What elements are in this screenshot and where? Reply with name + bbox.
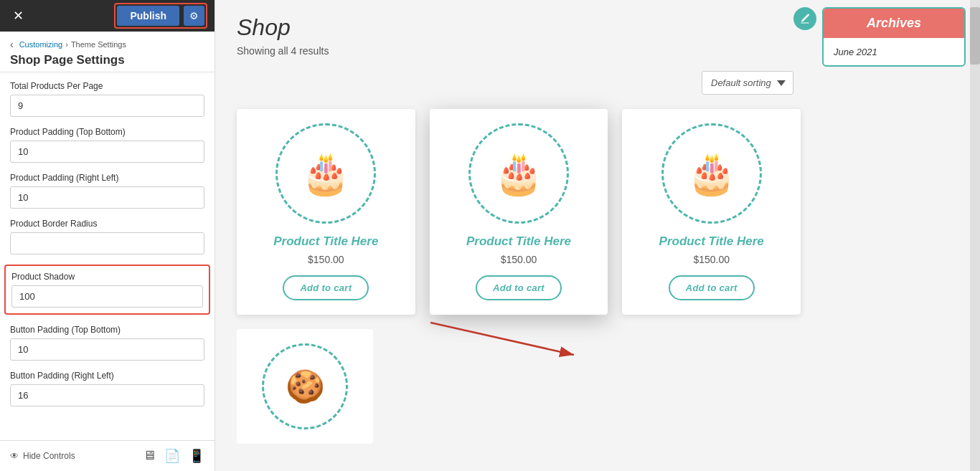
cake-icon-3: 🎂 bbox=[687, 150, 737, 197]
archives-body: June 2021 bbox=[824, 38, 964, 65]
product-icon-wrap-1: 🎂 bbox=[275, 123, 376, 224]
product-card-3: 🎂 Product Title Here $150.00 Add to cart bbox=[622, 109, 801, 315]
right-scrollbar[interactable] bbox=[970, 0, 980, 471]
right-content: Shop Showing all 4 results Default sorti… bbox=[215, 0, 980, 471]
bottom-bar: 👁 Hide Controls 🖥 📄 📱 bbox=[0, 440, 215, 471]
breadcrumb-separator: › bbox=[65, 40, 68, 49]
pencil-icon bbox=[799, 13, 811, 24]
sort-select[interactable]: Default sorting bbox=[702, 71, 793, 95]
device-icons: 🖥 📄 📱 bbox=[143, 448, 204, 464]
hide-controls[interactable]: 👁 Hide Controls bbox=[10, 451, 75, 461]
field-total-products: Total Products Per Page bbox=[10, 81, 204, 117]
add-to-cart-btn-1[interactable]: Add to cart bbox=[283, 275, 369, 300]
publish-button[interactable]: Publish bbox=[117, 6, 179, 26]
product-title-1: Product Title Here bbox=[273, 234, 378, 249]
field-input-border-radius[interactable] bbox=[10, 232, 204, 254]
tablet-icon[interactable]: 📄 bbox=[164, 448, 180, 464]
right-scrollbar-thumb bbox=[970, 7, 980, 65]
top-bar: ✕ Publish ⚙ bbox=[0, 0, 215, 32]
publish-area: Publish ⚙ bbox=[114, 3, 207, 29]
product-card-1: 🎂 Product Title Here $150.00 Add to cart bbox=[237, 109, 415, 315]
field-padding-top-bottom: Product Padding (Top Bottom) bbox=[10, 127, 204, 163]
back-arrow[interactable]: ‹ bbox=[10, 39, 14, 50]
breadcrumb-customizing[interactable]: Customizing bbox=[19, 40, 63, 49]
field-border-radius: Product Border Radius bbox=[10, 219, 204, 254]
cookie-icon: 🍪 bbox=[286, 368, 325, 405]
settings-area: Total Products Per Page Product Padding … bbox=[0, 72, 215, 440]
product-title-3: Product Title Here bbox=[659, 234, 764, 249]
add-to-cart-btn-2[interactable]: Add to cart bbox=[476, 275, 562, 300]
field-btn-padding-top-bottom: Button Padding (Top Bottom) bbox=[10, 325, 204, 361]
field-label-btn-padding-right-left: Button Padding (Right Left) bbox=[10, 371, 204, 381]
shop-title: Shop bbox=[237, 14, 329, 41]
product-price-2: $150.00 bbox=[501, 254, 537, 265]
left-panel: ✕ Publish ⚙ ‹ Customizing › Theme Settin… bbox=[0, 0, 215, 471]
mobile-icon[interactable]: 📱 bbox=[189, 448, 204, 464]
gear-button[interactable]: ⚙ bbox=[184, 6, 204, 26]
products-grid: 🎂 Product Title Here $150.00 Add to cart… bbox=[237, 109, 801, 315]
product-card-4: 🍪 bbox=[237, 329, 373, 444]
field-product-shadow: Product Shadow bbox=[4, 265, 210, 315]
field-input-btn-padding-top-bottom[interactable] bbox=[10, 338, 204, 361]
desktop-icon[interactable]: 🖥 bbox=[143, 448, 156, 464]
field-input-btn-padding-right-left[interactable] bbox=[10, 384, 204, 406]
shop-area: Shop Showing all 4 results Default sorti… bbox=[215, 0, 980, 458]
breadcrumb: ‹ Customizing › Theme Settings bbox=[10, 39, 204, 50]
field-label-total-products: Total Products Per Page bbox=[10, 81, 204, 91]
archives-header: Archives bbox=[824, 9, 964, 38]
breadcrumb-section: Theme Settings bbox=[71, 40, 126, 49]
field-input-total-products[interactable] bbox=[10, 95, 204, 117]
field-input-product-shadow[interactable] bbox=[11, 285, 203, 308]
field-input-padding-top-bottom[interactable] bbox=[10, 141, 204, 163]
field-padding-right-left: Product Padding (Right Left) bbox=[10, 173, 204, 209]
panel-title: Shop Page Settings bbox=[10, 53, 204, 67]
field-label-btn-padding-top-bottom: Button Padding (Top Bottom) bbox=[10, 325, 204, 335]
product-icon-wrap-3: 🎂 bbox=[661, 123, 762, 224]
product-card-2: 🎂 Product Title Here $150.00 Add to cart bbox=[430, 109, 608, 315]
product-icon-wrap-4: 🍪 bbox=[262, 343, 348, 429]
products-row2: 🍪 bbox=[237, 329, 801, 444]
field-input-padding-right-left[interactable] bbox=[10, 186, 204, 209]
edit-pencil-button[interactable] bbox=[793, 7, 816, 30]
product-icon-wrap-2: 🎂 bbox=[468, 123, 569, 224]
cake-icon-2: 🎂 bbox=[494, 150, 544, 197]
shop-toolbar: Default sorting bbox=[237, 71, 793, 95]
close-button[interactable]: ✕ bbox=[7, 5, 29, 27]
field-label-padding-top-bottom: Product Padding (Top Bottom) bbox=[10, 127, 204, 137]
field-label-padding-right-left: Product Padding (Right Left) bbox=[10, 173, 204, 183]
cake-icon-1: 🎂 bbox=[301, 150, 351, 197]
archives-widget: Archives June 2021 bbox=[822, 7, 966, 67]
breadcrumb-area: ‹ Customizing › Theme Settings Shop Page… bbox=[0, 32, 215, 72]
archives-link[interactable]: June 2021 bbox=[834, 47, 877, 57]
add-to-cart-btn-3[interactable]: Add to cart bbox=[669, 275, 755, 300]
product-price-1: $150.00 bbox=[308, 254, 344, 265]
product-price-3: $150.00 bbox=[693, 254, 730, 265]
hide-controls-label: Hide Controls bbox=[23, 451, 75, 461]
field-btn-padding-right-left: Button Padding (Right Left) bbox=[10, 371, 204, 406]
eye-icon: 👁 bbox=[10, 451, 19, 461]
field-label-border-radius: Product Border Radius bbox=[10, 219, 204, 229]
product-title-2: Product Title Here bbox=[466, 234, 571, 249]
field-label-product-shadow: Product Shadow bbox=[11, 272, 203, 282]
shop-showing: Showing all 4 results bbox=[237, 45, 329, 57]
